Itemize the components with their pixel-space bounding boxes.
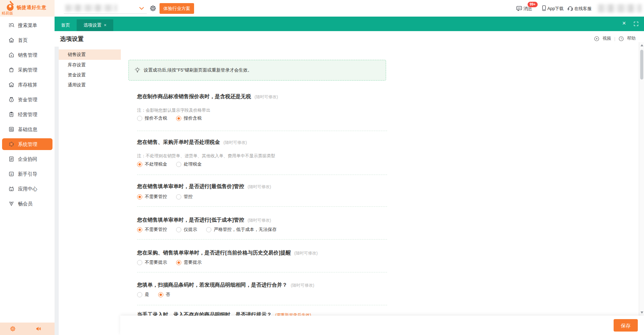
settings-panel: 设置成功后,须按"F5"键刷新页面或重新登录才会生效。 您在制作商品标准销售报价… xyxy=(121,47,644,335)
question-suffix: (随时可修改) xyxy=(254,94,278,99)
radio-circle[interactable] xyxy=(137,292,142,297)
basic-info-icon xyxy=(8,126,15,132)
online-service-icon[interactable] xyxy=(567,5,574,11)
page-title-bar: 选项设置 视频 | ? 帮助 xyxy=(55,31,644,47)
sidebar-item-system[interactable]: 系统管理 xyxy=(2,138,52,150)
fullscreen-icon[interactable] xyxy=(633,21,639,27)
sidebar-item-inventory[interactable]: 库存核算 xyxy=(0,79,55,91)
radio-quote-with-tax[interactable]: 报价含税 xyxy=(176,115,202,121)
question-options: 不需要提示 需要提示 xyxy=(137,259,202,266)
sidebar-item-home[interactable]: 首页 xyxy=(0,34,55,46)
online-service-label[interactable]: 在线客服 xyxy=(574,6,592,12)
tab-option-settings[interactable]: 选项设置 × xyxy=(77,19,113,31)
question-options: 是 否 xyxy=(137,291,170,298)
question-below-cost-control: 您在销售填单审单时，是否进行[低于成本]管控(随时可修改) 不需要管控 仅提示 … xyxy=(137,217,387,240)
radio-need-reminder[interactable]: 需要提示 xyxy=(176,259,202,266)
purchase-icon xyxy=(8,67,15,73)
question-handle-tax: 您在销售、采购开单时是否处理税金(随时可修改) 注：不处理则在销货单、进货单、其… xyxy=(137,139,387,172)
radio-circle[interactable] xyxy=(206,227,211,232)
tabbar-close-all-icon[interactable]: × xyxy=(622,20,626,27)
radio-no-control[interactable]: 不需要管控 xyxy=(137,194,167,200)
question-note: 注：不处理则在销货单、进货单、其他收入单、费用单中不显示票据类型 xyxy=(137,153,275,159)
radio-no-tax-handling[interactable]: 不处理税金 xyxy=(137,161,167,167)
help-icon[interactable]: ? xyxy=(618,36,624,41)
tab-home[interactable]: 首页 xyxy=(55,19,77,31)
radio-prompt-only[interactable]: 仅提示 xyxy=(176,226,197,233)
radio-circle[interactable] xyxy=(176,194,181,199)
tab-option-settings-label: 选项设置 xyxy=(84,19,102,31)
sidebar-item-guide[interactable]: 新 新手引导 xyxy=(0,168,55,180)
page-title: 选项设置 xyxy=(60,35,84,43)
scrollbar-thumb[interactable] xyxy=(640,50,643,80)
radio-no[interactable]: 否 xyxy=(158,291,170,298)
sidebar-item-operations[interactable]: 经营管理 xyxy=(0,109,55,120)
vertical-scrollbar[interactable] xyxy=(639,42,644,316)
question-suffix: (随时可修改) xyxy=(248,184,271,189)
header-gear-icon[interactable] xyxy=(150,5,156,12)
settings-nav-funds[interactable]: 资金设置 xyxy=(59,70,121,80)
radio-no-control[interactable]: 不需要管控 xyxy=(137,226,167,233)
tab-bar: 首页 选项设置 × × xyxy=(0,17,644,31)
radio-circle[interactable] xyxy=(137,260,142,265)
radio-tax-handling[interactable]: 处理税金 xyxy=(176,161,202,167)
radio-circle[interactable] xyxy=(137,116,142,121)
settings-nav: 销售设置 库存设置 资金设置 通用设置 xyxy=(59,47,121,335)
settings-gear-icon[interactable] xyxy=(10,326,16,332)
question-suffix: (随时可修改) xyxy=(223,140,247,145)
question-suffix: (随时可修改) xyxy=(248,218,271,223)
question-title: 您填单，扫描商品条码时，若发现商品明细相同，是否进行合并？(随时可修改) xyxy=(137,282,387,288)
radio-control[interactable]: 管控 xyxy=(176,194,193,200)
radio-no-reminder[interactable]: 不需要提示 xyxy=(137,259,167,266)
title-bar-links: 视频 | ? 帮助 xyxy=(594,36,636,41)
app-download-label[interactable]: App下载 xyxy=(547,6,564,12)
sidebar-item-basic-info[interactable]: 基础信息 xyxy=(0,123,55,135)
separator xyxy=(137,206,387,207)
svg-text:新: 新 xyxy=(10,173,13,175)
scroll-down-icon[interactable] xyxy=(641,311,643,314)
sidebar-item-search-menu[interactable]: 搜索菜单 xyxy=(0,19,55,31)
radio-circle[interactable] xyxy=(176,227,181,232)
sidebar-item-app-center[interactable]: 应用中心 xyxy=(0,183,55,195)
radio-circle-selected[interactable] xyxy=(158,292,163,297)
video-link[interactable]: 视频 xyxy=(603,36,611,41)
message-icon[interactable] xyxy=(516,5,522,12)
tab-close-icon[interactable]: × xyxy=(104,19,107,31)
radio-strict-control[interactable]: 严格管控，低于成本，无法保存 xyxy=(206,226,277,233)
edition-badge: 精易版 xyxy=(2,11,13,16)
sidebar-item-sales[interactable]: ¥ 销售管理 xyxy=(0,49,55,61)
radio-circle-selected[interactable] xyxy=(137,194,142,199)
separator xyxy=(137,305,387,305)
svg-text:?: ? xyxy=(621,37,622,40)
lightbulb-icon xyxy=(134,67,141,73)
radio-circle-selected[interactable] xyxy=(176,116,181,121)
sidebar-item-funds[interactable]: ¥ 资金管理 xyxy=(0,94,55,105)
scroll-up-icon[interactable] xyxy=(641,44,643,46)
experience-industry-button[interactable]: 体验行业方案 xyxy=(160,3,194,14)
question-title: 您在销售填单审单时，是否进行[最低售价]管控(随时可修改) xyxy=(137,183,387,190)
radio-circle-selected[interactable] xyxy=(137,162,142,167)
question-suffix: (随时可修改) xyxy=(294,251,318,255)
collaboration-icon xyxy=(8,156,15,162)
radio-circle-selected[interactable] xyxy=(137,227,142,232)
sidebar-item-collaboration[interactable]: 企业协同 xyxy=(0,153,55,165)
user-account-redacted[interactable] xyxy=(598,4,642,12)
svg-text:¥: ¥ xyxy=(11,54,12,57)
video-icon[interactable] xyxy=(594,36,599,41)
radio-circle[interactable] xyxy=(176,162,181,167)
company-selector[interactable] xyxy=(64,3,147,14)
volume-icon[interactable] xyxy=(36,326,42,332)
save-button[interactable]: 保存 xyxy=(614,319,638,332)
radio-quote-no-tax[interactable]: 报价不含税 xyxy=(137,115,167,121)
chevron-down-icon[interactable] xyxy=(139,7,144,10)
help-link[interactable]: 帮助 xyxy=(627,36,636,41)
sidebar-item-member[interactable]: 畅会员 xyxy=(0,198,55,210)
sidebar-utility-bar xyxy=(0,323,55,335)
sidebar-item-purchase[interactable]: 采购管理 xyxy=(0,64,55,76)
radio-yes[interactable]: 是 xyxy=(137,291,149,298)
settings-nav-sales[interactable]: 销售设置 xyxy=(59,49,121,60)
app-download-icon[interactable] xyxy=(541,5,547,11)
settings-nav-general[interactable]: 通用设置 xyxy=(59,80,121,90)
system-icon xyxy=(8,141,15,147)
radio-circle-selected[interactable] xyxy=(176,260,181,265)
settings-nav-inventory[interactable]: 库存设置 xyxy=(59,60,121,70)
